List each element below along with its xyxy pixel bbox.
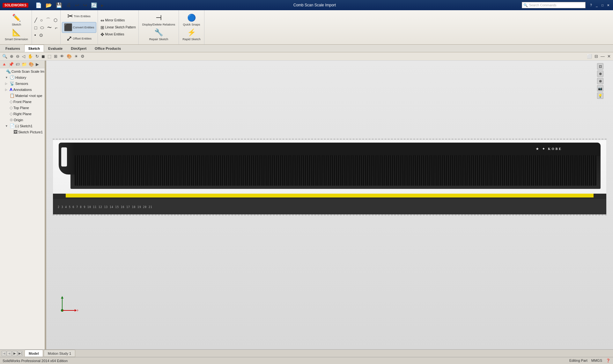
sketch-border-bottom bbox=[53, 215, 607, 215]
sidebar-item-material[interactable]: 📋 Material <not spe bbox=[0, 93, 46, 99]
ruler-numbers: 2 3 4 5 6 7 8 9 10 11 12 13 14 15 16 17 … bbox=[58, 206, 152, 209]
bottom-tab-model[interactable]: Model bbox=[25, 350, 43, 357]
last-tab-button[interactable]: ▶| bbox=[18, 351, 23, 356]
triad-button[interactable]: ⊕ bbox=[597, 71, 603, 77]
camera-button[interactable]: 📷 bbox=[597, 85, 603, 92]
trim-entities-button[interactable]: ✂ Trim Entities bbox=[62, 11, 96, 21]
help-button[interactable]: ? bbox=[589, 3, 593, 7]
offset-entities-button[interactable]: ⤢ Offset Entities bbox=[62, 33, 96, 44]
draw-row-3: • ⊙ bbox=[33, 32, 59, 38]
section-view-button[interactable]: ⊞ bbox=[53, 53, 58, 59]
restore-button[interactable]: □ bbox=[600, 3, 605, 7]
ellipse-button[interactable]: ⬭ bbox=[39, 24, 45, 31]
previous-view-button[interactable]: ◁ bbox=[21, 53, 26, 59]
move-entities-button[interactable]: ✥ Move Entities bbox=[99, 31, 137, 38]
rotate-button[interactable]: ↻ bbox=[34, 53, 40, 59]
smart-dimension-button[interactable]: 📐 Smart Dimension bbox=[3, 27, 30, 42]
scene-button[interactable]: ☀ bbox=[73, 53, 79, 59]
pin-button[interactable]: 📌 bbox=[8, 61, 14, 67]
minimize-button[interactable]: _ bbox=[595, 3, 599, 7]
appearance-button[interactable]: 🎨 bbox=[66, 53, 73, 59]
view-settings-button[interactable]: ⚙ bbox=[80, 53, 85, 59]
circle-button[interactable]: ○ bbox=[39, 17, 44, 23]
new-button[interactable]: 📄 bbox=[34, 2, 43, 9]
sidebar-item-sketch-picture1[interactable]: 🖼 Sketch Picture1 bbox=[0, 129, 46, 135]
centerline-button[interactable]: ⊙ bbox=[38, 32, 44, 38]
tab-sketch[interactable]: Sketch bbox=[24, 45, 44, 52]
print-button[interactable]: 🖨 bbox=[65, 2, 72, 9]
sidebar-item-annotations[interactable]: ▷ A Annotations bbox=[0, 86, 46, 93]
section-plane-button[interactable]: ⊗ bbox=[597, 78, 603, 84]
close-panel-button[interactable]: ✕ bbox=[606, 53, 612, 59]
expand-panel-button[interactable]: ⬜ bbox=[586, 53, 593, 59]
tree-root-item[interactable]: 🔩 Comb Scan Scale Im bbox=[0, 68, 46, 74]
spline-button[interactable]: 〜 bbox=[46, 24, 53, 31]
close-button[interactable]: ✕ bbox=[606, 3, 610, 7]
rebuild-button[interactable]: 🔄 bbox=[90, 2, 99, 9]
point-button[interactable]: • bbox=[33, 32, 37, 38]
convert-entities-button[interactable]: ⬛ Convert Entities bbox=[62, 22, 96, 33]
rect-button[interactable]: □ bbox=[33, 25, 38, 31]
display-style-button[interactable]: ◼ bbox=[41, 53, 46, 59]
linear-sketch-pattern-button[interactable]: ⊞ Linear Sketch Pattern bbox=[99, 24, 137, 31]
pan-button[interactable]: ✋ bbox=[27, 53, 34, 59]
sketch-fillet-button[interactable]: ⌐ bbox=[54, 25, 59, 31]
repair-sketch-button[interactable]: 🔧 Repair Sketch bbox=[148, 27, 170, 42]
sketch-button[interactable]: ✏️ Sketch bbox=[8, 13, 24, 27]
first-tab-button[interactable]: |◀ bbox=[1, 351, 6, 356]
view-orient-button[interactable]: ⬚ bbox=[47, 53, 52, 59]
tab-features[interactable]: Features bbox=[1, 45, 24, 52]
prev-tab-button[interactable]: ◀ bbox=[7, 351, 12, 356]
sidebar-item-history[interactable]: ▼ 🕐 History bbox=[0, 74, 46, 80]
rapid-sketch-button[interactable]: ⚡ Rapid Sketch bbox=[181, 27, 202, 42]
kobe-brand-text: ★ ✦ KOBE bbox=[536, 147, 562, 151]
bottom-tab-motion-study[interactable]: Motion Study 1 bbox=[44, 350, 75, 357]
expand-all-button[interactable]: ▶ bbox=[35, 61, 40, 67]
sidebar-item-sketch1[interactable]: ▼ 📄 (-) Sketch1 bbox=[0, 123, 46, 129]
status-left-text: SolidWorks Professional 2014 x64 Edition bbox=[3, 359, 569, 363]
part-name-label: Comb Scan Scale Im bbox=[11, 70, 44, 73]
open-button[interactable]: 📂 bbox=[44, 2, 53, 9]
quick-snaps-icon: 🔵 bbox=[187, 14, 196, 22]
view-cube-button[interactable]: ⊡ bbox=[597, 63, 603, 70]
color-button[interactable]: 🎨 bbox=[28, 61, 34, 67]
hide-show-button[interactable]: 👁 bbox=[59, 53, 65, 59]
repair-sketch-label: Repair Sketch bbox=[149, 37, 168, 41]
filter-button[interactable]: 🔺 bbox=[1, 61, 7, 67]
arc-button[interactable]: ⌒ bbox=[45, 17, 52, 24]
display-delete-relations-button[interactable]: ⊣ Display/Delete Relations bbox=[141, 13, 177, 27]
zoom-out-button[interactable]: ⊖ bbox=[15, 53, 20, 59]
tab-dimxpert[interactable]: DimXpert bbox=[67, 45, 91, 52]
tab-office-products[interactable]: Office Products bbox=[91, 45, 125, 52]
save-button[interactable]: 💾 bbox=[55, 2, 63, 9]
minimize-panel-button[interactable]: — bbox=[600, 53, 606, 59]
arc-icon: ⌒ bbox=[46, 17, 50, 23]
material-icon: 📋 bbox=[10, 93, 15, 98]
redo-button[interactable]: ↪ bbox=[82, 2, 88, 9]
line-button[interactable]: ╱ bbox=[33, 17, 38, 23]
convert-entities-label: Convert Entities bbox=[73, 26, 94, 29]
sidebar-item-right-plane[interactable]: ◇ Right Plane bbox=[0, 111, 46, 117]
sketch-border-top bbox=[53, 139, 607, 139]
light-button[interactable]: 💡 bbox=[597, 93, 603, 99]
options-button[interactable]: ▸ bbox=[100, 2, 105, 9]
sidebar-item-sensors[interactable]: ▷ 📡 Sensors bbox=[0, 80, 46, 86]
search-commands-box[interactable]: 🔍 Search Commands bbox=[522, 2, 586, 8]
zoom-in-button[interactable]: ⊕ bbox=[9, 53, 14, 59]
next-tab-button[interactable]: ▶ bbox=[12, 351, 17, 356]
tag-button[interactable]: 🏷 bbox=[15, 61, 20, 67]
quick-snaps-button[interactable]: 🔵 Quick Snaps bbox=[181, 13, 202, 27]
sketch1-label: (-) Sketch1 bbox=[15, 124, 33, 128]
sidebar-item-origin[interactable]: ⊕ Origin bbox=[0, 117, 46, 123]
folder-button[interactable]: 📁 bbox=[21, 61, 27, 67]
undo-button[interactable]: ↩ bbox=[74, 2, 80, 9]
help-status-icon[interactable]: ❓ bbox=[606, 359, 610, 363]
tab-evaluate[interactable]: Evaluate bbox=[44, 45, 67, 52]
restore-panel-button[interactable]: ⊟ bbox=[594, 53, 599, 59]
viewport-canvas[interactable]: ★ ✦ KOBE 2 3 4 5 6 bbox=[46, 61, 613, 349]
polygon-button[interactable]: ⬡ bbox=[52, 17, 59, 23]
mirror-entities-button[interactable]: ⇔ Mirror Entities bbox=[99, 17, 137, 24]
sidebar-item-top-plane[interactable]: ◇ Top Plane bbox=[0, 105, 46, 111]
zoom-to-fit-button[interactable]: 🔍 bbox=[1, 53, 8, 59]
sidebar-item-front-plane[interactable]: ◇ Front Plane bbox=[0, 99, 46, 105]
